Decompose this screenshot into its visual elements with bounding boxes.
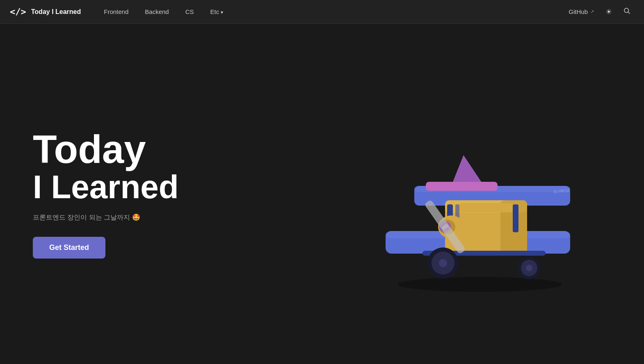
get-started-button[interactable]: Get Started — [33, 237, 105, 259]
logo-icon: </> — [10, 7, 26, 17]
nav-link-backend[interactable]: Backend — [138, 6, 175, 18]
theme-icon: ☀ — [605, 7, 612, 16]
svg-marker-10 — [451, 155, 484, 186]
github-link[interactable]: GitHub ↗ — [564, 6, 598, 18]
hero-title-today: Today — [33, 130, 179, 169]
svg-rect-11 — [426, 182, 498, 191]
search-button[interactable] — [619, 5, 634, 19]
svg-point-2 — [398, 277, 562, 292]
svg-rect-29 — [459, 203, 513, 212]
svg-point-21 — [526, 265, 532, 271]
nav-link-cs[interactable]: CS — [179, 6, 201, 18]
search-icon — [623, 7, 630, 16]
navbar: </> Today I Learned Frontend Backend CS … — [0, 0, 644, 24]
hero-text: Today I Learned 프론트엔드 장인이 되는 그날까지 🤩 Get … — [33, 130, 179, 259]
nav-logo[interactable]: </> Today I Learned — [10, 7, 81, 17]
plane-svg: OLYMPIA — [324, 92, 611, 297]
hero-section: Today I Learned 프론트엔드 장인이 되는 그날까지 🤩 Get … — [0, 24, 644, 364]
nav-link-etc[interactable]: Etc — [204, 6, 230, 18]
svg-point-0 — [624, 8, 629, 13]
nav-link-frontend[interactable]: Frontend — [97, 6, 135, 18]
hero-title-ilearned: I Learned — [33, 169, 179, 205]
theme-toggle-button[interactable]: ☀ — [601, 5, 616, 19]
svg-point-18 — [439, 259, 447, 267]
external-link-icon: ↗ — [590, 9, 594, 14]
svg-line-1 — [628, 12, 630, 14]
svg-rect-13 — [513, 204, 518, 232]
logo-title: Today I Learned — [31, 8, 81, 16]
hero-illustration: OLYMPIA — [324, 92, 611, 297]
nav-right: GitHub ↗ ☀ — [564, 5, 634, 19]
hero-subtitle: 프론트엔드 장인이 되는 그날까지 🤩 — [33, 213, 179, 222]
nav-links: Frontend Backend CS Etc — [97, 6, 564, 18]
chevron-down-icon — [221, 8, 223, 15]
